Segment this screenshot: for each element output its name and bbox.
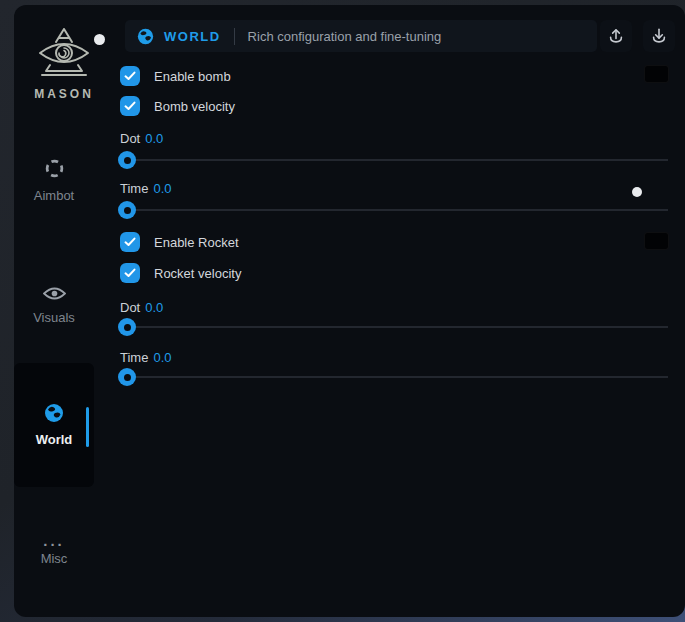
- checkbox-row: Bomb velocity: [120, 96, 235, 116]
- upload-icon: [606, 26, 626, 46]
- desktop: { "brand": { "name": "MASON" }, "sidebar…: [0, 0, 685, 622]
- slider-name: Dot: [120, 131, 140, 146]
- bomb-dot-slider-thumb[interactable]: [118, 151, 136, 169]
- slider-label: Dot0.0: [120, 131, 163, 146]
- thumb-center: [124, 324, 131, 331]
- globe-icon: [137, 28, 154, 45]
- cursor-dot: [94, 34, 105, 45]
- sidebar-item-visuals[interactable]: Visuals: [14, 286, 94, 325]
- rocket-time-slider-track[interactable]: [120, 376, 668, 378]
- sidebar-item-aimbot[interactable]: Aimbot: [14, 158, 94, 203]
- slider-name: Time: [120, 181, 148, 196]
- checkbox-row: Enable Rocket: [120, 232, 239, 252]
- sidebar-item-misc[interactable]: ... Misc: [14, 536, 94, 566]
- checkbox-label: Enable Rocket: [154, 235, 239, 250]
- check-icon: [124, 71, 136, 81]
- sidebar-item-label: Visuals: [14, 310, 94, 325]
- checkbox-label: Bomb velocity: [154, 99, 235, 114]
- slider-name: Dot: [120, 300, 140, 315]
- upload-config-button[interactable]: [600, 20, 632, 52]
- sidebar-item-world[interactable]: World: [14, 363, 94, 487]
- crosshair-icon: [44, 165, 65, 182]
- checkbox-row: Enable bomb: [120, 66, 231, 86]
- active-indicator: [86, 407, 89, 447]
- header-divider: [234, 28, 235, 45]
- download-icon: [649, 26, 669, 46]
- check-icon: [124, 237, 136, 247]
- sidebar-item-label: Aimbot: [14, 188, 94, 203]
- bomb-dot-slider-track[interactable]: [120, 159, 668, 161]
- download-config-button[interactable]: [643, 20, 675, 52]
- sidebar-item-label: Misc: [14, 551, 94, 566]
- bomb-time-slider-thumb[interactable]: [118, 201, 136, 219]
- brand-name: MASON: [22, 87, 106, 101]
- check-icon: [124, 268, 136, 278]
- page-subtitle: Rich configuration and fine-tuning: [248, 29, 442, 44]
- thumb-center: [124, 157, 131, 164]
- slider-value: 0.0: [145, 300, 163, 315]
- app-window: MASON Aimbot Visuals World ...: [14, 5, 685, 617]
- mason-logo-icon: [34, 65, 94, 82]
- enable-rocket-checkbox[interactable]: [120, 232, 140, 252]
- ellipsis-icon: ...: [14, 536, 94, 546]
- rocket-time-slider-thumb[interactable]: [118, 368, 136, 386]
- bomb-velocity-checkbox[interactable]: [120, 96, 140, 116]
- page-title: WORLD: [164, 29, 221, 44]
- bomb-color-swatch[interactable]: [644, 65, 669, 83]
- rocket-dot-slider-track[interactable]: [120, 326, 668, 328]
- slider-name: Time: [120, 350, 148, 365]
- slider-label: Time0.0: [120, 181, 171, 196]
- thumb-center: [124, 207, 131, 214]
- slider-value: 0.0: [145, 131, 163, 146]
- slider-value: 0.0: [153, 181, 171, 196]
- check-icon: [124, 101, 136, 111]
- slider-label: Dot0.0: [120, 300, 163, 315]
- sidebar-item-label: World: [36, 432, 73, 447]
- checkbox-row: Rocket velocity: [120, 263, 241, 283]
- eye-icon: [43, 287, 66, 304]
- globe-icon: [44, 403, 64, 427]
- page-header: WORLD Rich configuration and fine-tuning: [125, 20, 597, 52]
- bomb-time-slider-track[interactable]: [120, 209, 668, 211]
- rocket-color-swatch[interactable]: [644, 232, 669, 250]
- thumb-center: [124, 374, 131, 381]
- cursor-dot: [632, 187, 642, 197]
- slider-label: Time0.0: [120, 350, 171, 365]
- checkbox-label: Enable bomb: [154, 69, 231, 84]
- slider-value: 0.0: [153, 350, 171, 365]
- checkbox-label: Rocket velocity: [154, 266, 241, 281]
- enable-bomb-checkbox[interactable]: [120, 66, 140, 86]
- rocket-velocity-checkbox[interactable]: [120, 263, 140, 283]
- rocket-dot-slider-thumb[interactable]: [118, 318, 136, 336]
